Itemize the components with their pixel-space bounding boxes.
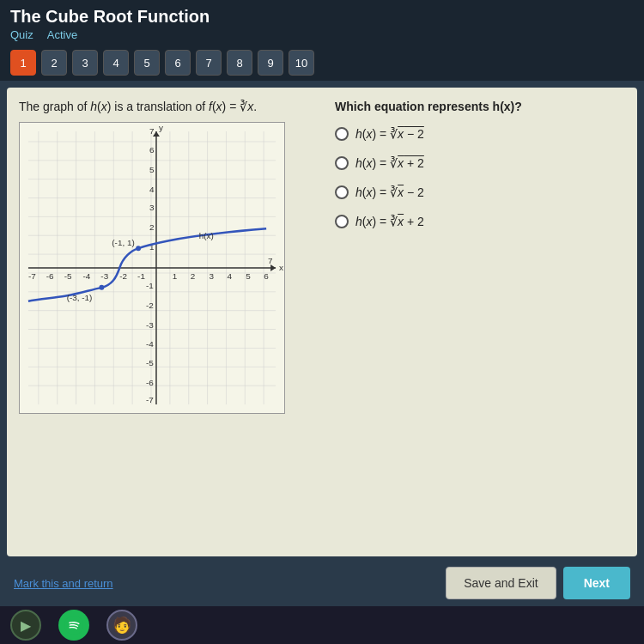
svg-marker-29 [270,264,276,271]
svg-text:-1: -1 [137,271,145,281]
next-button[interactable]: Next [563,567,630,599]
bottom-bar: Mark this and return Save and Exit Next [7,567,637,599]
nav-btn-3[interactable]: 3 [72,50,98,76]
svg-point-65 [99,285,104,290]
option-1[interactable]: h(x) = ∛x − 2 [335,127,625,141]
graph-svg: x y -1 -2 -3 -4 -5 -6 -7 1 2 3 [20,123,284,413]
svg-text:-5: -5 [64,271,72,281]
main-container: The Cube Root Function Quiz Active 12345… [0,0,644,644]
svg-text:2: 2 [149,222,155,232]
svg-text:4: 4 [149,185,155,194]
option-text-1: h(x) = ∛x − 2 [355,127,424,141]
nav-btn-7[interactable]: 7 [196,50,222,76]
radio-option-4[interactable] [335,215,349,228]
right-question: Which equation represents h(x)? [335,100,625,113]
taskbar: ▶ 🧑 [0,606,644,644]
nav-btn-4[interactable]: 4 [103,50,129,76]
left-panel: The graph of h(x) is a translation of f(… [19,100,309,544]
svg-text:6: 6 [264,271,269,281]
graph-container: x y -1 -2 -3 -4 -5 -6 -7 1 2 3 [19,122,285,414]
play-icon: ▶ [21,617,31,634]
header: The Cube Root Function Quiz Active [0,0,644,45]
mark-return-link[interactable]: Mark this and return [14,577,113,590]
quiz-navigation: 12345678910 [0,45,644,81]
option-text-4: h(x) = ∛x + 2 [355,215,424,228]
nav-btn-9[interactable]: 9 [258,50,283,76]
user-icon: 🧑 [112,616,131,635]
nav-btn-1[interactable]: 1 [10,50,36,76]
radio-option-1[interactable] [335,127,349,141]
svg-point-64 [136,246,141,251]
svg-text:-7: -7 [28,271,36,281]
svg-text:5: 5 [246,271,251,281]
svg-text:-3: -3 [100,271,108,281]
nav-btn-8[interactable]: 8 [227,50,252,76]
svg-text:-4: -4 [83,271,91,281]
user-button[interactable]: 🧑 [106,610,137,641]
svg-text:-4: -4 [146,339,154,349]
question-text-left: The graph of h(x) is a translation of f(… [19,100,309,113]
svg-text:6: 6 [149,145,155,155]
action-buttons: Save and Exit Next [446,567,630,599]
content-area: The graph of h(x) is a translation of f(… [7,88,637,556]
svg-text:(-3, -1): (-3, -1) [67,293,93,302]
subtitle-row: Quiz Active [10,28,634,41]
svg-text:-2: -2 [146,301,154,310]
option-text-2: h(x) = ∛x + 2 [355,156,424,170]
svg-text:4: 4 [227,271,232,281]
nav-btn-6[interactable]: 6 [165,50,191,76]
nav-btn-5[interactable]: 5 [134,50,160,76]
svg-text:7: 7 [268,256,273,265]
svg-text:-1: -1 [146,281,154,290]
page-title: The Cube Root Function [10,7,634,27]
svg-text:-7: -7 [146,395,154,404]
quiz-label: Quiz [10,28,33,41]
svg-text:-6: -6 [146,378,154,387]
svg-text:5: 5 [149,165,155,174]
right-panel: Which equation represents h(x)? h(x) = ∛… [326,100,625,544]
svg-text:x: x [279,263,283,272]
play-button[interactable]: ▶ [10,610,41,641]
status-badge: Active [47,28,77,41]
svg-text:-3: -3 [146,320,154,330]
radio-option-3[interactable] [335,185,349,199]
radio-option-2[interactable] [335,156,349,170]
nav-btn-10[interactable]: 10 [289,50,314,76]
svg-text:y: y [159,123,163,132]
option-3[interactable]: h(x) = ∛x − 2 [335,185,625,199]
svg-text:3: 3 [210,271,215,281]
svg-text:3: 3 [149,203,155,212]
svg-text:-5: -5 [146,358,154,368]
svg-text:-2: -2 [119,271,127,281]
option-text-3: h(x) = ∛x − 2 [355,185,424,199]
option-2[interactable]: h(x) = ∛x + 2 [335,156,625,170]
save-exit-button[interactable]: Save and Exit [446,567,556,599]
svg-text:7: 7 [149,126,155,136]
option-4[interactable]: h(x) = ∛x + 2 [335,215,625,228]
spotify-icon [64,616,83,635]
svg-text:(-1, 1): (-1, 1) [112,238,134,247]
nav-btn-2[interactable]: 2 [41,50,67,76]
svg-text:-6: -6 [46,271,54,281]
question-row: The graph of h(x) is a translation of f(… [19,100,625,544]
svg-text:h(x): h(x) [199,231,214,240]
svg-text:1: 1 [173,271,178,281]
svg-text:2: 2 [191,271,196,281]
spotify-button[interactable] [58,610,89,641]
